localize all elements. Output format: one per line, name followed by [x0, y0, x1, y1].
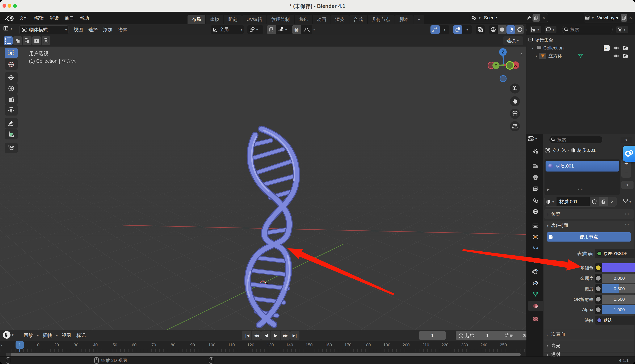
workspace-tab-compositing[interactable]: 合成	[349, 15, 367, 24]
breadcrumb-object[interactable]: 立方体	[552, 147, 566, 154]
workspace-tab-animation[interactable]: 动画	[313, 15, 331, 24]
sidebar-collapse-arrow[interactable]: ‹	[520, 51, 522, 57]
xray-toggle[interactable]	[476, 25, 485, 34]
camera-restrict-icon[interactable]	[622, 46, 628, 50]
tab-constraints[interactable]	[528, 278, 543, 288]
roughness-slider[interactable]: 0.500	[602, 284, 635, 293]
camera-view-button[interactable]	[510, 109, 520, 119]
collection-checkbox[interactable]: ✓	[604, 45, 609, 51]
workspace-tab-modeling[interactable]: 建模	[206, 15, 224, 24]
shading-rendered-button[interactable]	[515, 25, 524, 34]
play-reverse-button[interactable]: ◀	[261, 331, 271, 340]
base-color-socket[interactable]	[595, 265, 601, 271]
scene-name[interactable]: Scene	[482, 15, 525, 20]
tab-physics[interactable]	[528, 267, 543, 277]
overlays-dropdown[interactable]	[462, 25, 472, 34]
remove-material-slot-button[interactable]: −	[621, 168, 631, 178]
surface-panel-header[interactable]: ▾表(曲)面∷∷	[544, 220, 634, 230]
options-dropdown[interactable]: 选项	[503, 36, 523, 45]
outliner-scene-collection-row[interactable]: 场景集合	[526, 36, 635, 44]
macos-app-icon-overlay[interactable]	[623, 146, 635, 162]
normal-input[interactable]: 默认	[595, 316, 635, 324]
menu-edit[interactable]: 编辑	[32, 14, 47, 22]
tool-measure[interactable]	[5, 129, 18, 140]
metallic-socket[interactable]	[595, 275, 601, 281]
surface-shader-button[interactable]: 原理化BSDF	[595, 249, 635, 258]
snap-magnet-toggle[interactable]	[267, 25, 276, 34]
tool-cursor[interactable]	[5, 59, 18, 70]
orthographic-view-button[interactable]	[510, 121, 520, 131]
timeline-editor-dropdown[interactable]	[3, 331, 15, 339]
metallic-slider[interactable]: 0.000	[602, 274, 635, 283]
blender-logo-icon[interactable]	[5, 14, 14, 22]
viewlayer-new-copy-icon[interactable]	[621, 14, 627, 22]
select-mode-set[interactable]	[4, 36, 13, 45]
timeline-ruler[interactable]: › 1020 3040 5060 7080 90100 110120 13014…	[0, 341, 526, 358]
viewlayer-delete-icon[interactable]: ×	[627, 14, 634, 22]
workspace-tab-rendering[interactable]: 渲染	[331, 15, 349, 24]
ior-socket[interactable]	[595, 296, 601, 302]
properties-search-input[interactable]: 搜索	[549, 136, 602, 144]
select-mode-extend[interactable]	[13, 36, 22, 45]
select-mode-intersect[interactable]	[42, 36, 50, 45]
tab-tool[interactable]	[528, 146, 543, 157]
pivot-point-dropdown[interactable]	[247, 25, 263, 34]
tool-annotate[interactable]	[5, 118, 18, 128]
scene-icon[interactable]	[470, 14, 478, 22]
timeline-menu-marker[interactable]: 标记	[74, 332, 88, 340]
zoom-view-button[interactable]	[510, 84, 520, 94]
alpha-socket[interactable]	[595, 307, 601, 313]
material-name-field[interactable]: 材质.001	[556, 197, 590, 206]
eye-icon[interactable]	[613, 46, 619, 50]
preview-panel-header[interactable]: ›预览∷∷	[544, 209, 634, 219]
base-color-swatch[interactable]	[602, 263, 635, 272]
tab-scene[interactable]	[528, 195, 543, 206]
timeline-menu-keying[interactable]: 插帧	[40, 332, 55, 340]
menu-window[interactable]: 窗口	[62, 14, 77, 22]
transform-orientation-dropdown[interactable]: 全局	[210, 25, 244, 34]
jump-to-start-button[interactable]: ❘◀	[242, 331, 251, 340]
scene-browse-chevron[interactable]	[478, 16, 482, 20]
material-slot-specials-dropdown[interactable]	[621, 181, 633, 189]
material-copy-icon[interactable]	[599, 197, 608, 206]
select-mode-invert[interactable]	[32, 36, 41, 45]
expand-icon[interactable]: ›	[536, 54, 537, 58]
select-mode-subtract[interactable]	[23, 36, 32, 45]
tab-world[interactable]	[528, 206, 543, 217]
tool-move[interactable]	[5, 72, 18, 83]
unlink-material-icon[interactable]: ×	[608, 197, 616, 206]
tool-transform[interactable]	[5, 105, 18, 116]
menu-add[interactable]: 添加	[100, 26, 115, 34]
transmission-panel-header[interactable]: ›透射	[544, 352, 634, 357]
subsurface-panel-header[interactable]: ›次表面	[544, 329, 634, 339]
menu-select[interactable]: 选择	[86, 26, 100, 34]
timeline-menu-view[interactable]: 视图	[59, 332, 74, 340]
material-browse-dropdown[interactable]	[544, 197, 556, 206]
shading-material-preview-button[interactable]	[507, 25, 515, 34]
jump-to-end-button[interactable]: ▶❘	[290, 331, 299, 340]
alpha-slider[interactable]: 1.000	[602, 305, 635, 314]
workspace-tab-texpaint[interactable]: 纹理绘制	[267, 15, 294, 24]
tool-select-box[interactable]	[5, 48, 18, 58]
proportional-dropdown-chevron[interactable]	[312, 28, 316, 32]
tab-material[interactable]	[528, 301, 543, 311]
menu-file[interactable]: 文件	[16, 14, 32, 22]
show-overlays-toggle[interactable]	[453, 25, 462, 34]
viewlayer-name[interactable]: ViewLayer	[595, 15, 620, 20]
camera-restrict-icon[interactable]	[622, 54, 628, 58]
show-gizmo-toggle[interactable]	[431, 25, 440, 34]
workspace-tab-scripting[interactable]: 脚本	[395, 15, 413, 24]
tool-add-cube[interactable]	[5, 142, 18, 153]
tool-scale[interactable]	[5, 94, 18, 105]
outliner-filter-mode-dropdown[interactable]	[545, 26, 556, 33]
start-frame-value[interactable]: 1	[474, 333, 501, 338]
outliner-cube-row[interactable]: › 立方体	[526, 52, 635, 60]
properties-editor-dropdown[interactable]	[528, 136, 538, 141]
gizmo-dropdown[interactable]	[440, 25, 449, 34]
scene-new-copy-icon[interactable]	[533, 14, 540, 22]
current-frame-field[interactable]: 1	[419, 331, 446, 340]
editor-type-dropdown[interactable]	[3, 25, 14, 32]
mode-dropdown[interactable]: 物体模式	[19, 25, 68, 34]
tab-texture[interactable]	[528, 314, 543, 324]
tab-viewlayer[interactable]	[528, 184, 543, 194]
